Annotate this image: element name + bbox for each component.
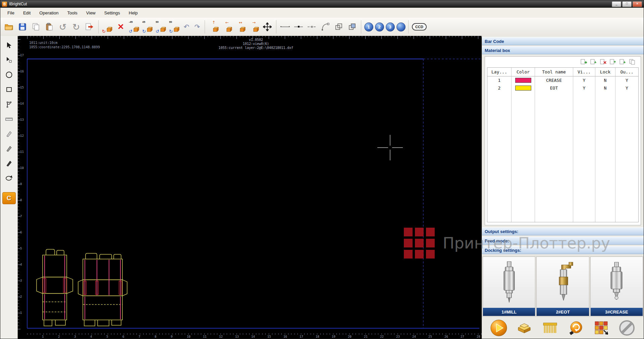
menu-operation[interactable]: Operation [35, 9, 63, 17]
add-layer-button[interactable] [580, 59, 587, 65]
layer-table-cell[interactable] [512, 84, 535, 92]
export-button[interactable] [83, 19, 96, 34]
line-button[interactable] [278, 19, 292, 34]
copy-layer-button[interactable] [629, 59, 636, 65]
rotate-minus45-label: -45 [129, 20, 133, 23]
view3-button[interactable]: 3 [385, 19, 395, 34]
ruler-tool[interactable] [3, 113, 15, 125]
layer-table-cell[interactable]: 1 [487, 76, 512, 84]
layer-table-cell[interactable]: EOT [535, 84, 573, 92]
transform-arrow-icon: ↻ [102, 29, 106, 34]
feed-mode-header[interactable]: Feed mode: [482, 237, 644, 245]
paste-button[interactable] [43, 19, 56, 34]
title-bar: B IBrightCut _ □ ✕ [0, 0, 644, 8]
minimize-button[interactable]: _ [612, 1, 621, 7]
menu-edit[interactable]: Edit [19, 9, 35, 17]
docking-tool-crease[interactable]: 3#CREASE [590, 257, 643, 316]
col-header-visible: Vi... [573, 68, 595, 76]
delete-button[interactable]: ✕ [114, 19, 127, 34]
knife2-icon [5, 145, 13, 152]
materialbox-section-header[interactable]: Material box [482, 46, 644, 54]
line-node-button[interactable] [292, 19, 305, 34]
layer-table-cell[interactable]: Y [573, 76, 595, 84]
rotate-45-button[interactable]: 45 ↻ [141, 19, 154, 34]
mill-tool-image [483, 257, 535, 308]
view1-button[interactable]: 1 [363, 19, 374, 34]
layer-color-swatch[interactable] [515, 78, 531, 83]
select-tool[interactable] [3, 39, 15, 51]
stop-button[interactable] [618, 319, 636, 337]
nesting-button[interactable] [592, 319, 610, 337]
menu-file[interactable]: File [3, 9, 19, 17]
menu-tools[interactable]: Tools [63, 9, 82, 17]
ccd-button[interactable]: CCD [411, 19, 428, 34]
save-button[interactable] [16, 19, 29, 34]
layer-down-button[interactable] [619, 59, 626, 65]
layer-up-button[interactable] [609, 59, 616, 65]
group-button[interactable] [332, 19, 345, 34]
brush-button[interactable] [541, 319, 559, 337]
circle-tool[interactable] [3, 69, 15, 81]
delete-layer-button[interactable] [600, 59, 607, 65]
up-arrow-icon: ↑ [212, 20, 215, 24]
rotate-90cw-button[interactable]: 90 ↻ [168, 19, 181, 34]
copy-button[interactable] [29, 19, 43, 34]
drawing-canvas[interactable]: 1234567891011121314151617 12345678910111… [18, 36, 482, 339]
start-button[interactable] [490, 319, 508, 337]
rotate-90ccw-button[interactable]: 90 ↺ [154, 19, 168, 34]
menu-view[interactable]: View [82, 9, 100, 17]
knife2-tool[interactable] [3, 143, 15, 155]
knife3-tool[interactable] [3, 157, 15, 169]
layer-table-cell[interactable]: 2 [487, 84, 512, 92]
docking-settings-header[interactable]: Docking settings: [482, 246, 644, 254]
col-header-color: Color [512, 68, 535, 76]
view2-button[interactable]: 2 [374, 19, 385, 34]
layer-table-cell[interactable]: Y [573, 84, 595, 92]
arc-button[interactable] [319, 19, 332, 34]
layer-table-cell[interactable]: N [595, 84, 615, 92]
undo-button[interactable]: ↺ [56, 19, 69, 34]
cube-icon [213, 26, 219, 33]
line-dashdot-button[interactable] [305, 19, 319, 34]
align-top-button[interactable]: ↑ [207, 19, 220, 34]
curve-undo-button[interactable]: ↶ [181, 19, 192, 34]
loop-tool[interactable] [3, 172, 15, 184]
layer-color-swatch[interactable] [515, 86, 531, 91]
layer-table-cell[interactable]: CREASE [535, 76, 573, 84]
menu-settings[interactable]: Settings [100, 9, 124, 17]
node-edit-tool[interactable] [3, 54, 15, 66]
move-button[interactable] [261, 19, 274, 34]
open-button[interactable] [2, 19, 16, 34]
align-left-button[interactable]: ← [220, 19, 234, 34]
redo-button[interactable]: ↻ [69, 19, 83, 34]
layer-table-cell[interactable] [512, 76, 535, 84]
transform-button[interactable]: ↻ [101, 19, 114, 34]
mirror-button[interactable]: ↔ [234, 19, 247, 34]
layer-table-cell[interactable]: Y [615, 76, 638, 84]
output-settings-header[interactable]: Output settings: [482, 227, 644, 235]
origin-button[interactable] [567, 319, 585, 337]
polygon-icon [5, 101, 13, 108]
barcode-section-header[interactable]: Bar Code [482, 37, 644, 45]
dieline-box-1[interactable] [37, 249, 73, 326]
import-layer-button[interactable] [590, 59, 597, 65]
align-right-button[interactable]: → [247, 19, 261, 34]
docking-tool-mill[interactable]: 1#MILL [483, 257, 535, 316]
dieline-box-2[interactable] [78, 253, 127, 326]
maximize-button[interactable]: □ [622, 1, 632, 7]
rotate-minus45-button[interactable]: -45 ↺ [127, 19, 141, 34]
line-node-icon [293, 23, 304, 30]
polygon-tool[interactable] [3, 98, 15, 110]
knife-tool[interactable] [3, 128, 15, 140]
docking-tool-eot[interactable]: 2#EOT [536, 257, 589, 316]
layer-table-cell[interactable]: N [595, 76, 615, 84]
layer-table-cell[interactable]: Y [615, 84, 638, 92]
material-button[interactable] [515, 319, 533, 337]
status-topcenter: v1.0502 1012:view0(6) 1055:current layer… [196, 38, 316, 50]
ungroup-button[interactable] [345, 19, 359, 34]
menu-help[interactable]: Help [124, 9, 142, 17]
curve-redo-button[interactable]: ↷ [192, 19, 203, 34]
view-all-button[interactable] [395, 19, 406, 34]
rectangle-tool[interactable] [3, 83, 15, 96]
close-button[interactable]: ✕ [633, 1, 642, 7]
